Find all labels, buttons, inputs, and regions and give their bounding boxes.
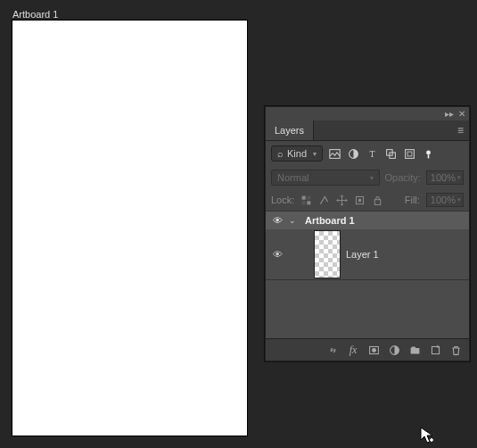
svg-point-17: [372, 348, 376, 353]
svg-rect-11: [302, 201, 306, 204]
group-icon[interactable]: [408, 344, 421, 356]
svg-text:T: T: [369, 148, 374, 158]
svg-rect-14: [358, 198, 361, 201]
svg-rect-8: [427, 154, 429, 158]
svg-rect-5: [405, 149, 414, 158]
filter-toggle-icon[interactable]: [422, 147, 434, 160]
kind-label: Kind: [287, 148, 307, 159]
layer-name[interactable]: Layer 1: [346, 249, 379, 260]
artboard-name[interactable]: Artboard 1: [305, 215, 355, 226]
layer-filter-kind-select[interactable]: ⌕ Kind ▾: [271, 145, 323, 162]
opacity-input[interactable]: 100% ▾: [426, 170, 464, 185]
panel-collapse-icon[interactable]: ▸▸: [445, 109, 454, 119]
lock-artboard-icon[interactable]: [354, 195, 366, 206]
layers-panel: ▸▸ ✕ Layers ≡ ⌕ Kind ▾ T Normal ▾ Opacit…: [265, 106, 470, 361]
filter-type-icon[interactable]: T: [366, 147, 378, 160]
search-icon: ⌕: [277, 148, 284, 159]
layer-style-icon[interactable]: fx: [347, 344, 359, 356]
opacity-value: 100%: [431, 172, 456, 183]
filter-smartobject-icon[interactable]: [403, 147, 415, 160]
visibility-toggle-icon[interactable]: 👁: [271, 215, 284, 226]
lock-transparency-icon[interactable]: [300, 195, 312, 206]
svg-rect-9: [302, 195, 306, 199]
adjustment-layer-icon[interactable]: [388, 344, 400, 356]
link-layers-icon[interactable]: [326, 344, 339, 356]
panel-menu-icon[interactable]: ≡: [452, 124, 469, 137]
artboard-label: Artboard 1: [12, 9, 58, 20]
blend-mode-value: Normal: [277, 172, 308, 183]
chevron-down-icon: ▾: [457, 174, 461, 181]
svg-rect-10: [308, 195, 311, 199]
visibility-toggle-icon[interactable]: 👁: [271, 249, 284, 260]
fill-value: 100%: [431, 195, 456, 205]
chevron-down-icon: ▾: [370, 174, 374, 182]
tab-layers[interactable]: Layers: [266, 120, 314, 140]
filter-pixel-icon[interactable]: [328, 147, 341, 160]
layer-mask-icon[interactable]: [367, 344, 380, 356]
svg-rect-15: [375, 199, 382, 204]
svg-point-7: [426, 150, 431, 154]
lock-image-icon[interactable]: [318, 195, 330, 206]
filter-adjustment-icon[interactable]: [347, 147, 359, 160]
chevron-down-icon: ▾: [457, 196, 461, 203]
layer-row[interactable]: 👁 Layer 1: [266, 229, 469, 279]
svg-rect-12: [308, 201, 311, 204]
lock-all-icon[interactable]: [372, 195, 383, 206]
cursor-icon: [420, 427, 436, 446]
trash-icon[interactable]: [449, 344, 462, 356]
fill-label: Fill:: [405, 195, 420, 205]
svg-rect-6: [407, 152, 412, 156]
new-layer-icon[interactable]: [429, 344, 441, 356]
layers-empty-area: [266, 279, 469, 338]
chevron-down-icon[interactable]: ⌄: [289, 216, 300, 225]
opacity-label: Opacity:: [385, 172, 421, 183]
layer-thumbnail[interactable]: [314, 230, 341, 278]
filter-shape-icon[interactable]: [384, 147, 397, 160]
lock-label: Lock:: [271, 195, 294, 205]
fill-input[interactable]: 100% ▾: [426, 193, 464, 207]
panel-close-icon[interactable]: ✕: [458, 109, 465, 119]
chevron-down-icon: ▾: [313, 150, 317, 158]
blend-mode-select[interactable]: Normal ▾: [271, 170, 380, 186]
lock-position-icon[interactable]: [336, 195, 348, 206]
layer-artboard-row[interactable]: 👁 ⌄ Artboard 1: [266, 212, 469, 229]
canvas-artboard[interactable]: [12, 21, 247, 436]
